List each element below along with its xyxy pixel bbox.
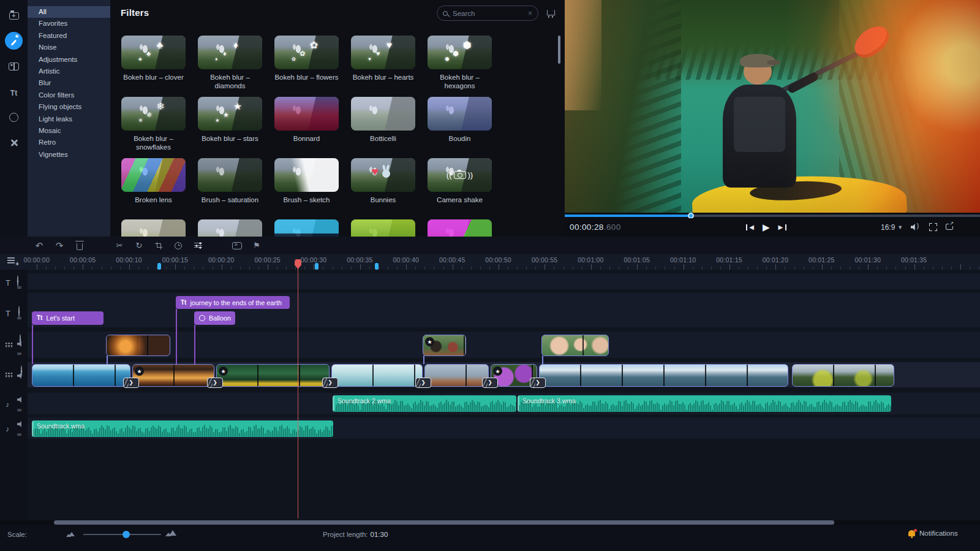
video-clip-alps[interactable] — [792, 364, 894, 387]
timeline-marker[interactable] — [157, 263, 161, 270]
category-item-mosaic[interactable]: Mosaic — [28, 125, 110, 137]
fullscreen-icon[interactable] — [929, 223, 937, 231]
clear-search-icon[interactable]: × — [528, 10, 532, 17]
filter-card[interactable]: Botticelli — [351, 97, 415, 158]
filter-card[interactable]: Brush – saturation — [198, 158, 262, 219]
next-frame-button[interactable] — [778, 224, 787, 231]
category-item-flying-objects[interactable]: Flying objects — [28, 101, 110, 113]
transition-badge[interactable] — [322, 378, 338, 388]
title-track-2-lane[interactable] — [28, 293, 980, 327]
filter-card[interactable] — [274, 219, 339, 237]
filter-card[interactable]: ♣♣♣ Bokeh blur – clover — [121, 36, 186, 97]
filter-card[interactable]: Bonnard — [274, 97, 339, 158]
category-item-featured[interactable]: Featured — [28, 30, 110, 42]
title-track-1-lane[interactable] — [28, 273, 980, 289]
timeline-marker[interactable] — [315, 263, 318, 270]
audio-clip-soundtrack-3[interactable]: Soundtrack 3.wma — [518, 395, 891, 412]
undo-button[interactable]: ↶ — [32, 237, 47, 254]
video-clip-sea[interactable] — [32, 364, 130, 387]
filter-card[interactable]: ★★★ Bokeh blur – stars — [198, 97, 262, 158]
transitions-button[interactable] — [5, 58, 23, 75]
category-item-adjustments[interactable]: Adjustments — [28, 54, 110, 66]
add-media-button[interactable] — [5, 7, 23, 25]
audio-clip-soundtrack[interactable]: Soundtrack.wma — [32, 420, 333, 437]
search-box[interactable]: × — [437, 6, 538, 21]
transition-badge[interactable] — [207, 378, 223, 388]
overlay-clip-hikers[interactable] — [423, 335, 466, 356]
video-clip-kayak[interactable] — [216, 364, 330, 387]
link-icon[interactable] — [17, 403, 21, 414]
clip-properties-button[interactable] — [190, 237, 205, 254]
sticker-clip-balloon[interactable]: Balloon — [194, 311, 235, 325]
filter-card[interactable]: Brush – sketch — [274, 158, 339, 219]
more-tools-button[interactable] — [5, 134, 23, 151]
category-item-artistic[interactable]: Artistic — [28, 66, 110, 77]
seek-bar[interactable] — [565, 213, 980, 218]
transition-wizard-button[interactable] — [230, 237, 244, 254]
video-clip-clouds[interactable] — [424, 364, 489, 387]
filter-card[interactable]: (()) Camera shake — [428, 158, 492, 219]
filter-card[interactable]: ♥ Bunnies — [351, 158, 415, 219]
transition-badge[interactable] — [415, 378, 431, 388]
speaker-icon[interactable] — [17, 341, 24, 347]
video-clip-lake[interactable] — [539, 364, 788, 387]
delete-button[interactable] — [72, 237, 87, 254]
filter-card[interactable]: Broken lens — [121, 158, 186, 219]
video-clip-sailboats[interactable] — [132, 364, 214, 387]
transition-badge[interactable] — [482, 378, 498, 388]
filter-card[interactable]: ♥♥♥ Bokeh blur – hearts — [351, 36, 415, 97]
zoom-in-icon[interactable] — [169, 530, 176, 536]
timeline-ruler[interactable]: 00:00:0000:00:0500:00:1000:00:1500:00:20… — [0, 254, 980, 270]
aspect-ratio-dropdown[interactable]: 16:9▼ — [881, 223, 903, 232]
timeline-marker[interactable] — [375, 263, 379, 270]
add-marker-button[interactable]: ⚑ — [249, 237, 264, 254]
filters-button[interactable] — [5, 32, 23, 50]
category-item-vignettes[interactable]: Vignettes — [28, 149, 110, 161]
speaker-icon[interactable] — [17, 421, 24, 427]
category-item-blur[interactable]: Blur — [28, 77, 110, 89]
title-clip-lets-start[interactable]: Tt Let's start — [32, 311, 104, 325]
stickers-button[interactable] — [5, 108, 23, 126]
clip-speed-button[interactable] — [171, 237, 186, 254]
volume-icon[interactable] — [911, 224, 919, 230]
redo-button[interactable]: ↷ — [52, 237, 67, 254]
search-input[interactable] — [453, 10, 523, 17]
filter-card[interactable] — [351, 219, 415, 237]
filter-card[interactable]: ✿✿✿ Bokeh blur – flowers — [274, 36, 339, 97]
transition-badge[interactable] — [530, 378, 546, 388]
link-icon[interactable] — [17, 347, 21, 358]
zoom-out-icon[interactable] — [69, 532, 75, 536]
filter-card[interactable]: ♦♦♦ Bokeh blur – diamonds — [198, 36, 262, 97]
titles-button[interactable] — [5, 83, 23, 101]
link-icon[interactable] — [17, 428, 21, 439]
scale-slider-handle[interactable] — [123, 531, 130, 538]
video-preview[interactable] — [565, 0, 980, 213]
store-cart-icon[interactable] — [546, 10, 555, 18]
notifications-button[interactable]: Notifications — [908, 530, 958, 537]
audio-clip-soundtrack-2[interactable]: Soundtrack 2.wma — [333, 395, 516, 412]
panel-scrollbar[interactable] — [558, 36, 560, 64]
transition-badge[interactable] — [123, 378, 139, 388]
timeline-scrollbar[interactable] — [54, 520, 834, 525]
filter-card[interactable]: ❄❄❄ Bokeh blur – snowflakes — [121, 97, 186, 158]
play-button[interactable]: ▶ — [763, 222, 770, 233]
category-item-color-filters[interactable]: Color filters — [28, 89, 110, 101]
category-item-noise[interactable]: Noise — [28, 42, 110, 53]
filter-card[interactable] — [428, 219, 492, 237]
category-item-all[interactable]: All — [28, 6, 110, 18]
speaker-icon[interactable] — [17, 373, 24, 379]
overlay-clip-sunset[interactable] — [106, 335, 170, 356]
split-button[interactable]: ✂ — [112, 237, 127, 254]
filter-card[interactable] — [121, 219, 186, 237]
filter-card[interactable]: ⬢⬢⬢ Bokeh blur – hexagons — [428, 36, 492, 97]
detach-player-icon[interactable] — [946, 224, 953, 230]
previous-frame-button[interactable] — [745, 224, 754, 231]
category-item-retro[interactable]: Retro — [28, 137, 110, 148]
filter-card[interactable]: Boudin — [428, 97, 492, 158]
crop-button[interactable] — [151, 237, 166, 254]
link-icon[interactable] — [17, 311, 21, 322]
rotate-button[interactable]: ↻ — [132, 237, 146, 254]
overlay-clip-selfie[interactable] — [541, 335, 609, 356]
title-clip-journey[interactable]: Tt journey to the ends of the earth — [176, 296, 290, 309]
link-icon[interactable] — [17, 281, 21, 292]
